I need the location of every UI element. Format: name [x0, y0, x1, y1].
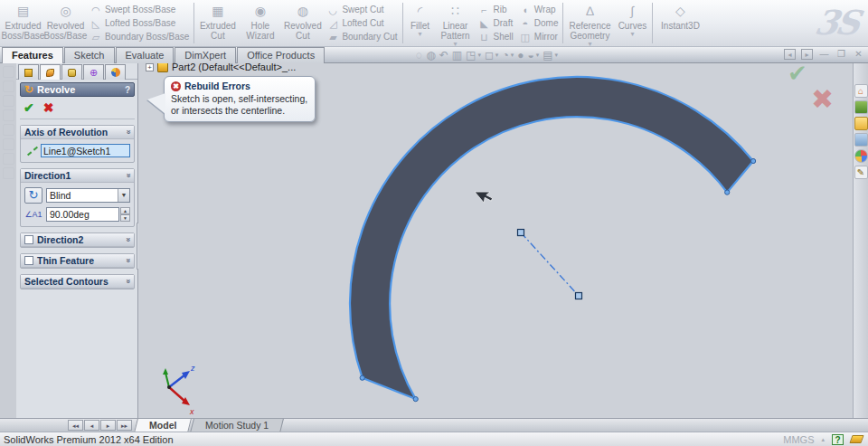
draft-button[interactable]: ◣ Draft [478, 16, 514, 30]
collapse-chevron-icon[interactable]: « [123, 173, 132, 177]
left-tool-icon[interactable] [3, 124, 14, 136]
swept-cut-button[interactable]: ◡ Swept Cut [326, 3, 397, 16]
view-palette-icon[interactable] [854, 133, 868, 147]
view-settings-dropdown-icon[interactable]: ▾ [555, 52, 559, 59]
angle-input[interactable]: 90.00deg [46, 207, 119, 222]
left-tool-icon[interactable] [3, 167, 14, 179]
units-dropdown-icon[interactable]: ▴ [821, 436, 825, 443]
feature-manager-tab[interactable] [18, 64, 39, 80]
confirmation-corner-ok-icon[interactable]: ✔ [788, 63, 807, 88]
next-tab-icon[interactable]: ▸ [100, 420, 116, 431]
custom-properties-icon[interactable]: ✎ [854, 166, 868, 179]
extruded-boss-button[interactable]: ▤ Extruded Boss/Base [2, 1, 44, 45]
last-tab-icon[interactable]: ▸▸ [117, 420, 132, 431]
instant3d-button[interactable]: ◇ Instant3D [655, 1, 705, 45]
left-tool-icon[interactable] [3, 81, 14, 92]
view-orientation-icon[interactable]: ◳ [466, 49, 476, 62]
window-forward-icon[interactable]: ▸ [801, 49, 813, 60]
configuration-manager-tab[interactable] [61, 64, 82, 80]
hide-show-dropdown-icon[interactable]: ▾ [511, 52, 514, 59]
arc-vertex-point[interactable] [725, 190, 730, 195]
linear-pattern-button[interactable]: ∷ Linear Pattern ▾ [436, 1, 476, 45]
zoom-fit-icon[interactable]: ◌ [416, 49, 422, 62]
left-tool-icon[interactable] [3, 153, 14, 165]
arc-vertex-point[interactable] [413, 397, 418, 402]
axis-selection-field[interactable]: Line1@Sketch1 [41, 144, 130, 157]
restore-icon[interactable]: ❐ [835, 49, 847, 60]
curves-dropdown-icon[interactable]: ▾ [630, 31, 634, 38]
display-manager-tab[interactable] [105, 64, 126, 80]
first-tab-icon[interactable]: ◂◂ [68, 420, 83, 431]
dimxpert-manager-tab[interactable]: ⊕ [83, 64, 104, 80]
extruded-cut-button[interactable]: ▦ Extruded Cut [196, 1, 239, 45]
tab-office-products[interactable]: Office Products [237, 47, 325, 63]
angle-spinner[interactable]: ▲▼ [120, 207, 130, 222]
motion-study-tab[interactable]: Motion Study 1 [190, 419, 284, 432]
thin-feature-header[interactable]: Thin Feature » [21, 254, 134, 268]
dropdown-arrow-icon[interactable]: ▼ [118, 189, 129, 202]
previous-view-icon[interactable]: ↶ [439, 49, 448, 62]
display-style-dropdown-icon[interactable]: ▾ [495, 52, 499, 59]
dome-button[interactable]: ◓ Dome [519, 16, 559, 30]
direction2-header[interactable]: Direction2 » [21, 233, 134, 247]
direction2-checkbox[interactable] [24, 235, 33, 244]
revolved-boss-button[interactable]: ◎ Revolved Boss/Base [44, 1, 87, 45]
fillet-dropdown-icon[interactable]: ▾ [419, 31, 422, 38]
tab-sketch[interactable]: Sketch [64, 47, 115, 63]
cancel-x-button[interactable]: ✖ [43, 100, 54, 115]
arc-vertex-point[interactable] [751, 158, 756, 163]
boundary-cut-button[interactable]: ▰ Boundary Cut [326, 30, 397, 43]
appearances-scenes-icon[interactable] [854, 149, 868, 163]
tree-expand-icon[interactable]: + [146, 63, 154, 71]
tab-dimxpert[interactable]: DimXpert [175, 47, 236, 63]
end-condition-select[interactable]: Blind ▼ [46, 188, 130, 203]
feature-tree-root[interactable]: + Part2 (Default<<Default>_... [146, 63, 296, 72]
quick-tips-icon[interactable]: ? [832, 434, 844, 445]
curves-button[interactable]: ∫ Curves ▾ [614, 1, 650, 45]
centerline-endpoint[interactable] [576, 293, 582, 299]
ok-check-button[interactable]: ✔ [24, 100, 34, 115]
appearances-icon[interactable]: ● [517, 49, 524, 62]
mirror-button[interactable]: ◫ Mirror [519, 30, 559, 43]
window-back-icon[interactable]: ◂ [784, 49, 796, 60]
expand-chevron-icon[interactable]: » [123, 237, 132, 242]
scene-icon[interactable]: ◒ [527, 49, 533, 62]
units-label[interactable]: MMGS [783, 434, 814, 445]
selected-contours-header[interactable]: Selected Contours » [21, 275, 134, 289]
left-tool-icon[interactable] [3, 66, 14, 78]
axis-group-header[interactable]: Axis of Revolution « [21, 126, 134, 139]
sketch-arc-profile[interactable] [350, 77, 753, 399]
zoom-area-icon[interactable]: ◍ [426, 49, 435, 62]
lofted-boss-button[interactable]: ◺ Lofted Boss/Base [90, 16, 189, 30]
collapse-chevron-icon[interactable]: « [123, 129, 132, 134]
tab-evaluate[interactable]: Evaluate [116, 47, 175, 63]
prev-tab-icon[interactable]: ◂ [84, 420, 99, 431]
hide-show-items-icon[interactable]: ◔ [502, 49, 508, 62]
shell-button[interactable]: ⊔ Shell [478, 30, 514, 43]
wrap-button[interactable]: ◖ Wrap [519, 3, 559, 16]
expand-chevron-icon[interactable]: » [123, 279, 132, 283]
thin-feature-checkbox[interactable] [24, 256, 33, 265]
minimize-icon[interactable]: — [818, 49, 830, 60]
property-manager-tab[interactable] [40, 64, 61, 80]
graphics-viewport[interactable]: z x + Part2 (Default<<Default>_... ✖ Reb… [138, 63, 853, 418]
swept-boss-button[interactable]: ◠ Swept Boss/Base [90, 3, 189, 16]
expand-chevron-icon[interactable]: » [123, 258, 132, 262]
view-settings-icon[interactable]: ▤ [542, 49, 552, 62]
left-tool-icon[interactable] [3, 109, 14, 121]
model-tab[interactable]: Model [134, 419, 192, 432]
help-icon[interactable]: ? [125, 85, 130, 95]
arc-vertex-point[interactable] [360, 375, 364, 380]
tab-features[interactable]: Features [2, 47, 63, 63]
centerline-axis[interactable] [521, 232, 579, 296]
section-view-icon[interactable]: ▥ [452, 49, 462, 62]
reverse-direction-icon[interactable]: ↻ [24, 187, 42, 204]
confirmation-corner-cancel-icon[interactable]: ✖ [811, 83, 834, 115]
left-tool-icon[interactable] [3, 95, 14, 107]
revolved-cut-button[interactable]: ◍ Revolved Cut [281, 1, 324, 45]
tag-icon[interactable] [849, 435, 863, 443]
boundary-boss-button[interactable]: ▱ Boundary Boss/Base [90, 30, 189, 43]
file-explorer-icon[interactable] [854, 117, 868, 130]
rib-button[interactable]: ⌐ Rib [478, 3, 514, 16]
display-style-icon[interactable]: ◻ [485, 49, 494, 62]
